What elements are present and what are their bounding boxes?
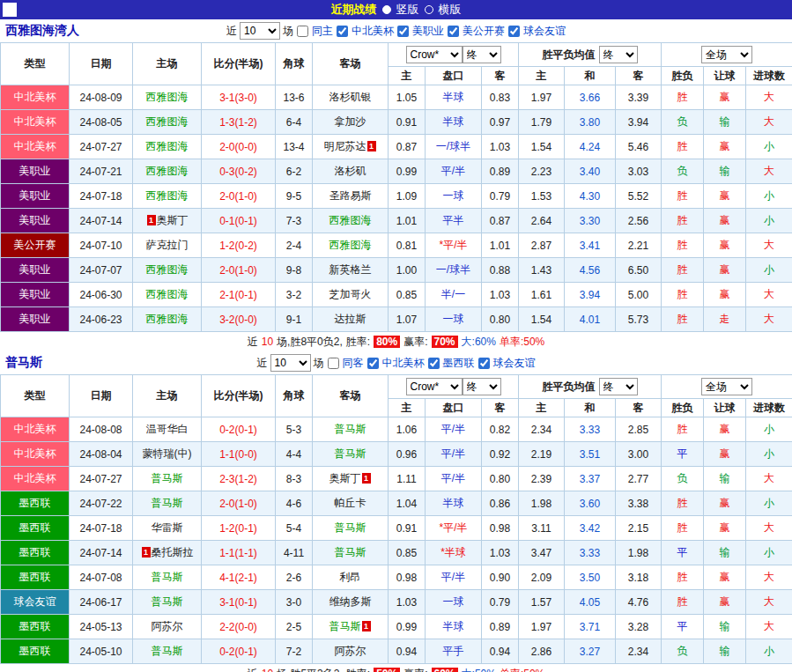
league-badge[interactable]: 美职业 <box>1 283 70 307</box>
team-link[interactable]: 西雅图海 <box>146 115 189 128</box>
avg-home: 2.64 <box>519 209 565 233</box>
team-link[interactable]: 拿加沙 <box>335 115 366 128</box>
league-badge[interactable]: 中北美杯 <box>1 417 70 442</box>
league-badge[interactable]: 美职业 <box>1 209 70 233</box>
team-link[interactable]: 圣路易斯 <box>329 189 372 202</box>
filter-near-label: 近 <box>257 356 268 371</box>
team-link[interactable]: 洛杉矶银 <box>329 91 372 103</box>
scope-select[interactable]: 全场 <box>701 378 752 395</box>
same-venue-checkbox[interactable] <box>297 26 308 37</box>
team-link[interactable]: 维纳多斯 <box>329 595 372 608</box>
recent-count-select[interactable]: 10 <box>240 22 280 40</box>
avg-group-header: 胜平负均值终 <box>519 375 662 399</box>
team-link[interactable]: 华雷斯 <box>152 521 183 534</box>
team-link[interactable]: 西雅图海 <box>146 165 189 177</box>
league-badge[interactable]: 美职业 <box>1 159 70 184</box>
team-link[interactable]: 蒙特瑞(中) <box>143 447 192 460</box>
team-link[interactable]: 普马斯 <box>152 497 183 509</box>
league-badge[interactable]: 球会友谊 <box>1 590 70 615</box>
team-link[interactable]: 西雅图海 <box>329 239 372 251</box>
team-link[interactable]: 西雅图海 <box>146 313 189 325</box>
team-link[interactable]: 西雅图海 <box>146 288 189 300</box>
match-date: 24-07-27 <box>70 135 133 159</box>
team-link[interactable]: 普马斯 <box>152 571 183 583</box>
team-link[interactable]: 普马斯 <box>329 620 361 632</box>
team-link[interactable]: 西雅图海 <box>146 263 189 276</box>
team-name[interactable]: 西雅图海湾人 <box>5 23 79 39</box>
league-badge[interactable]: 墨西联 <box>1 565 70 590</box>
team-link[interactable]: 阿苏尔 <box>335 645 366 657</box>
team-link[interactable]: 帕丘卡 <box>335 497 366 509</box>
team-link[interactable]: 普马斯 <box>335 423 366 435</box>
team-link[interactable]: 温哥华白 <box>146 423 189 435</box>
radio-horizontal[interactable] <box>425 5 433 14</box>
same-venue-checkbox[interactable] <box>328 358 339 369</box>
team-link[interactable]: 西雅图海 <box>329 214 372 226</box>
odds-time-select[interactable]: 终 <box>463 378 501 395</box>
odds-company-select[interactable]: Crow* <box>406 378 463 395</box>
team-link[interactable]: 洛杉矶 <box>335 165 366 177</box>
radio-vertical[interactable] <box>382 5 391 14</box>
match-date: 24-07-18 <box>70 516 133 541</box>
team-link[interactable]: 利昂 <box>340 571 361 583</box>
league-filter-checkbox[interactable] <box>428 358 440 369</box>
column-subheader: 进球数 <box>746 67 792 85</box>
avg-home: 1.57 <box>519 590 565 615</box>
league-badge[interactable]: 美职业 <box>1 258 70 283</box>
league-badge[interactable]: 墨西联 <box>1 541 70 565</box>
team-link[interactable]: 普马斯 <box>335 447 366 460</box>
team-link[interactable]: 奥斯丁 <box>157 214 189 226</box>
league-badge[interactable]: 美公开赛 <box>1 233 70 258</box>
team-link[interactable]: 普马斯 <box>152 472 183 484</box>
league-badge[interactable]: 墨西联 <box>1 516 70 541</box>
league-filter-checkbox[interactable] <box>508 26 520 37</box>
league-filter-checkbox[interactable] <box>478 358 490 369</box>
odds-company-select[interactable]: Crow* <box>406 46 463 63</box>
team-link[interactable]: 桑托斯拉 <box>152 546 194 558</box>
team-link[interactable]: 普马斯 <box>335 521 366 534</box>
league-filter-checkbox[interactable] <box>337 26 348 37</box>
odds-home: 1.04 <box>389 491 426 516</box>
team-link[interactable]: 新英格兰 <box>329 263 372 276</box>
league-badge[interactable]: 墨西联 <box>1 615 70 639</box>
team-link[interactable]: 达拉斯 <box>335 313 366 325</box>
league-badge[interactable]: 中北美杯 <box>1 442 70 467</box>
league-badge[interactable]: 美职业 <box>1 184 70 209</box>
team-link[interactable]: 萨克拉门 <box>146 239 189 251</box>
team-name[interactable]: 普马斯 <box>5 355 42 371</box>
team-link[interactable]: 明尼苏达 <box>324 140 366 152</box>
league-badge[interactable]: 中北美杯 <box>1 110 70 135</box>
team-section: 西雅图海湾人近10场同主中北美杯美职业美公开赛球会友谊类型日期主场比分(半场)角… <box>0 19 792 351</box>
team-link[interactable]: 西雅图海 <box>146 91 189 103</box>
match-row: 美职业24-07-18西雅图海2-0(1-0)9-5圣路易斯1.09一球0.79… <box>1 184 792 209</box>
league-badge[interactable]: 中北美杯 <box>1 135 70 159</box>
league-badge[interactable]: 中北美杯 <box>1 467 70 491</box>
team-link[interactable]: 奥斯丁 <box>329 472 361 484</box>
score: 0-2(0-1) <box>202 417 276 442</box>
team-link[interactable]: 阿苏尔 <box>152 620 183 632</box>
result-handicap: 输 <box>704 110 746 135</box>
radio-vertical-label[interactable]: 竖版 <box>396 2 419 18</box>
team-link[interactable]: 普马斯 <box>152 645 183 657</box>
avg-time-select[interactable]: 终 <box>599 46 638 63</box>
corners-value: 4-4 <box>276 442 313 467</box>
radio-horizontal-label[interactable]: 横版 <box>439 2 462 18</box>
scope-select[interactable]: 全场 <box>701 46 752 63</box>
team-link[interactable]: 西雅图海 <box>146 189 189 202</box>
team-link[interactable]: 普马斯 <box>152 595 183 608</box>
league-badge[interactable]: 中北美杯 <box>1 85 70 110</box>
team-link[interactable]: 西雅图海 <box>146 140 189 152</box>
odds-time-select[interactable]: 终 <box>463 46 501 63</box>
away-team: 圣路易斯 <box>313 184 389 209</box>
league-filter-checkbox[interactable] <box>397 26 409 37</box>
league-badge[interactable]: 墨西联 <box>1 491 70 516</box>
red-card-badge: 1 <box>362 473 371 484</box>
recent-count-select[interactable]: 10 <box>270 354 311 372</box>
league-badge[interactable]: 墨西联 <box>1 639 70 664</box>
league-filter-checkbox[interactable] <box>367 358 379 369</box>
league-filter-checkbox[interactable] <box>448 26 459 37</box>
league-badge[interactable]: 美职业 <box>1 307 70 332</box>
avg-time-select[interactable]: 终 <box>599 378 638 395</box>
team-link[interactable]: 普马斯 <box>335 546 366 558</box>
team-link[interactable]: 芝加哥火 <box>329 288 372 300</box>
